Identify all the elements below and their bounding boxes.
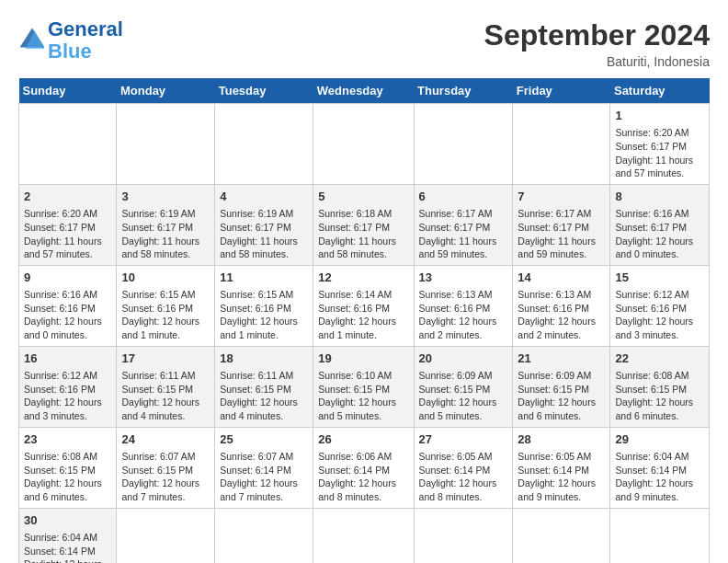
- day-info: Sunrise: 6:14 AMSunset: 6:16 PMDaylight:…: [318, 288, 408, 342]
- day-info: Sunrise: 6:07 AMSunset: 6:14 PMDaylight:…: [220, 450, 308, 504]
- col-saturday: Saturday: [610, 78, 710, 104]
- table-row: 26Sunrise: 6:06 AMSunset: 6:14 PMDayligh…: [313, 427, 414, 508]
- day-info: Sunrise: 6:06 AMSunset: 6:14 PMDaylight:…: [318, 450, 408, 504]
- day-number: 30: [24, 512, 111, 529]
- table-row: [313, 104, 414, 185]
- day-number: 9: [24, 270, 111, 286]
- table-row: 1Sunrise: 6:20 AMSunset: 6:17 PMDaylight…: [610, 104, 710, 185]
- col-monday: Monday: [117, 78, 215, 104]
- day-info: Sunrise: 6:13 AMSunset: 6:16 PMDaylight:…: [419, 288, 508, 342]
- table-row: 14Sunrise: 6:13 AMSunset: 6:16 PMDayligh…: [513, 265, 610, 346]
- day-number: 2: [24, 189, 111, 205]
- col-sunday: Sunday: [19, 78, 117, 104]
- day-info: Sunrise: 6:12 AMSunset: 6:16 PMDaylight:…: [615, 288, 704, 342]
- table-row: 10Sunrise: 6:15 AMSunset: 6:16 PMDayligh…: [117, 265, 215, 346]
- table-row: [414, 508, 513, 563]
- table-row: 23Sunrise: 6:08 AMSunset: 6:15 PMDayligh…: [19, 427, 117, 508]
- table-row: 15Sunrise: 6:12 AMSunset: 6:16 PMDayligh…: [610, 265, 710, 346]
- day-info: Sunrise: 6:16 AMSunset: 6:16 PMDaylight:…: [24, 288, 111, 342]
- table-row: [513, 508, 610, 563]
- day-number: 21: [518, 350, 605, 367]
- day-number: 24: [121, 431, 210, 448]
- day-number: 13: [419, 270, 508, 286]
- table-row: [117, 508, 215, 563]
- table-row: 21Sunrise: 6:09 AMSunset: 6:15 PMDayligh…: [513, 346, 610, 427]
- table-row: [513, 104, 610, 185]
- day-number: 7: [518, 189, 605, 205]
- day-info: Sunrise: 6:15 AMSunset: 6:16 PMDaylight:…: [121, 288, 210, 342]
- table-row: [215, 508, 313, 563]
- table-row: 4Sunrise: 6:19 AMSunset: 6:17 PMDaylight…: [215, 184, 313, 265]
- day-number: 29: [615, 431, 704, 448]
- table-row: 9Sunrise: 6:16 AMSunset: 6:16 PMDaylight…: [19, 265, 117, 346]
- table-row: 24Sunrise: 6:07 AMSunset: 6:15 PMDayligh…: [117, 427, 215, 508]
- day-number: 23: [24, 431, 111, 448]
- calendar-row-3: 16Sunrise: 6:12 AMSunset: 6:16 PMDayligh…: [19, 346, 710, 427]
- day-info: Sunrise: 6:17 AMSunset: 6:17 PMDaylight:…: [419, 207, 508, 261]
- day-number: 1: [615, 108, 704, 124]
- day-info: Sunrise: 6:17 AMSunset: 6:17 PMDaylight:…: [518, 207, 605, 261]
- table-row: 17Sunrise: 6:11 AMSunset: 6:15 PMDayligh…: [117, 346, 215, 427]
- calendar-row-2: 9Sunrise: 6:16 AMSunset: 6:16 PMDaylight…: [19, 265, 710, 346]
- day-number: 27: [419, 431, 508, 448]
- table-row: 16Sunrise: 6:12 AMSunset: 6:16 PMDayligh…: [19, 346, 117, 427]
- table-row: 8Sunrise: 6:16 AMSunset: 6:17 PMDaylight…: [610, 184, 710, 265]
- calendar-table: Sunday Monday Tuesday Wednesday Thursday…: [18, 78, 710, 563]
- table-row: [19, 104, 117, 185]
- table-row: 18Sunrise: 6:11 AMSunset: 6:15 PMDayligh…: [215, 346, 313, 427]
- day-info: Sunrise: 6:09 AMSunset: 6:15 PMDaylight:…: [419, 369, 508, 423]
- day-number: 22: [615, 350, 704, 367]
- month-title: September 2024: [484, 18, 710, 52]
- table-row: [610, 508, 710, 563]
- table-row: 20Sunrise: 6:09 AMSunset: 6:15 PMDayligh…: [414, 346, 513, 427]
- day-info: Sunrise: 6:20 AMSunset: 6:17 PMDaylight:…: [615, 126, 704, 180]
- table-row: 25Sunrise: 6:07 AMSunset: 6:14 PMDayligh…: [215, 427, 313, 508]
- day-number: 10: [121, 270, 210, 286]
- table-row: 6Sunrise: 6:17 AMSunset: 6:17 PMDaylight…: [414, 184, 513, 265]
- day-number: 25: [220, 431, 308, 448]
- table-row: [117, 104, 215, 185]
- day-info: Sunrise: 6:05 AMSunset: 6:14 PMDaylight:…: [419, 450, 508, 504]
- day-number: 19: [318, 350, 408, 367]
- location-title: Baturiti, Indonesia: [484, 54, 710, 69]
- col-friday: Friday: [513, 78, 610, 104]
- day-info: Sunrise: 6:19 AMSunset: 6:17 PMDaylight:…: [121, 207, 210, 261]
- day-number: 28: [518, 431, 605, 448]
- table-row: 11Sunrise: 6:15 AMSunset: 6:16 PMDayligh…: [215, 265, 313, 346]
- day-info: Sunrise: 6:05 AMSunset: 6:14 PMDaylight:…: [518, 450, 605, 504]
- day-info: Sunrise: 6:13 AMSunset: 6:16 PMDaylight:…: [518, 288, 605, 342]
- table-row: 3Sunrise: 6:19 AMSunset: 6:17 PMDaylight…: [117, 184, 215, 265]
- table-row: [215, 104, 313, 185]
- calendar-row-4: 23Sunrise: 6:08 AMSunset: 6:15 PMDayligh…: [19, 427, 710, 508]
- day-info: Sunrise: 6:16 AMSunset: 6:17 PMDaylight:…: [615, 207, 704, 261]
- day-info: Sunrise: 6:18 AMSunset: 6:17 PMDaylight:…: [318, 207, 408, 261]
- day-number: 6: [419, 189, 508, 205]
- table-row: 12Sunrise: 6:14 AMSunset: 6:16 PMDayligh…: [313, 265, 414, 346]
- day-info: Sunrise: 6:04 AMSunset: 6:14 PMDaylight:…: [24, 531, 111, 563]
- table-row: [414, 104, 513, 185]
- day-number: 8: [615, 189, 704, 205]
- calendar-row-5: 30Sunrise: 6:04 AMSunset: 6:14 PMDayligh…: [19, 508, 710, 563]
- day-number: 14: [518, 270, 605, 286]
- table-row: 19Sunrise: 6:10 AMSunset: 6:15 PMDayligh…: [313, 346, 414, 427]
- day-info: Sunrise: 6:09 AMSunset: 6:15 PMDaylight:…: [518, 369, 605, 423]
- logo: General Blue: [18, 18, 123, 63]
- table-row: 29Sunrise: 6:04 AMSunset: 6:14 PMDayligh…: [610, 427, 710, 508]
- table-row: 7Sunrise: 6:17 AMSunset: 6:17 PMDaylight…: [513, 184, 610, 265]
- logo-icon: [18, 27, 46, 54]
- day-number: 26: [318, 431, 408, 448]
- table-row: 13Sunrise: 6:13 AMSunset: 6:16 PMDayligh…: [414, 265, 513, 346]
- day-number: 17: [121, 350, 210, 367]
- day-number: 18: [220, 350, 308, 367]
- table-row: 27Sunrise: 6:05 AMSunset: 6:14 PMDayligh…: [414, 427, 513, 508]
- day-number: 3: [121, 189, 210, 205]
- day-info: Sunrise: 6:12 AMSunset: 6:16 PMDaylight:…: [24, 369, 111, 423]
- calendar-row-0: 1Sunrise: 6:20 AMSunset: 6:17 PMDaylight…: [19, 104, 710, 185]
- title-area: September 2024 Baturiti, Indonesia: [484, 18, 710, 69]
- day-info: Sunrise: 6:11 AMSunset: 6:15 PMDaylight:…: [121, 369, 210, 423]
- day-number: 15: [615, 270, 704, 286]
- day-info: Sunrise: 6:08 AMSunset: 6:15 PMDaylight:…: [615, 369, 704, 423]
- table-row: 5Sunrise: 6:18 AMSunset: 6:17 PMDaylight…: [313, 184, 414, 265]
- col-tuesday: Tuesday: [215, 78, 313, 104]
- day-info: Sunrise: 6:07 AMSunset: 6:15 PMDaylight:…: [121, 450, 210, 504]
